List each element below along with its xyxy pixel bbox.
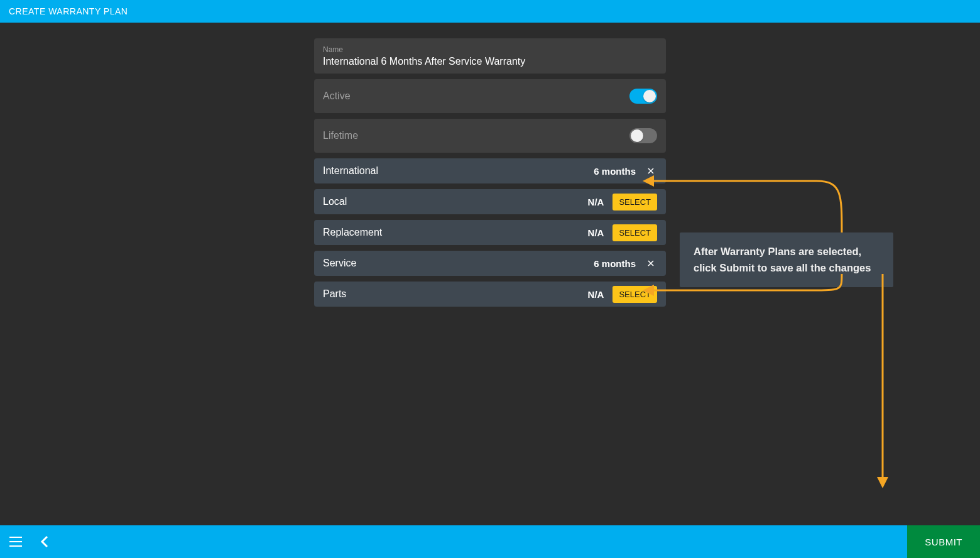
select-button[interactable]: SELECT bbox=[612, 194, 657, 211]
row-value: N/A bbox=[588, 197, 604, 207]
row-label: Service bbox=[323, 258, 356, 269]
bottom-bar: SUBMIT bbox=[0, 525, 980, 558]
row-label: Local bbox=[323, 196, 347, 207]
menu-icon[interactable] bbox=[9, 536, 23, 547]
row-right: N/A SELECT bbox=[588, 194, 657, 211]
row-service[interactable]: Service 6 months bbox=[314, 251, 666, 276]
lifetime-label: Lifetime bbox=[323, 130, 358, 141]
back-icon[interactable] bbox=[40, 535, 49, 548]
toggle-knob bbox=[631, 129, 643, 142]
close-icon[interactable] bbox=[645, 257, 657, 270]
name-field[interactable]: Name International 6 Months After Servic… bbox=[314, 38, 666, 74]
row-value: N/A bbox=[588, 227, 604, 238]
top-bar: CREATE WARRANTY PLAN bbox=[0, 0, 980, 23]
submit-button[interactable]: SUBMIT bbox=[907, 525, 980, 558]
row-label: International bbox=[323, 165, 378, 177]
name-value: International 6 Months After Service War… bbox=[323, 56, 657, 67]
row-label: Parts bbox=[323, 288, 346, 300]
row-parts[interactable]: Parts N/A SELECT bbox=[314, 282, 666, 307]
row-label: Replacement bbox=[323, 227, 382, 238]
lifetime-toggle[interactable] bbox=[629, 128, 657, 143]
active-toggle-row: Active bbox=[314, 79, 666, 113]
select-button[interactable]: SELECT bbox=[612, 224, 657, 241]
form-panel: Name International 6 Months After Servic… bbox=[314, 38, 666, 312]
callout-box: After Warranty Plans are selected, click… bbox=[680, 232, 893, 287]
active-toggle[interactable] bbox=[629, 89, 657, 104]
row-right: N/A SELECT bbox=[588, 286, 657, 303]
row-value: 6 months bbox=[594, 258, 636, 269]
row-replacement[interactable]: Replacement N/A SELECT bbox=[314, 220, 666, 245]
row-right: 6 months bbox=[594, 165, 657, 177]
page-title: CREATE WARRANTY PLAN bbox=[9, 6, 128, 16]
row-right: N/A SELECT bbox=[588, 224, 657, 241]
row-value: 6 months bbox=[594, 166, 636, 177]
name-label: Name bbox=[323, 45, 657, 54]
bottom-left bbox=[0, 535, 49, 548]
callout-text: After Warranty Plans are selected, click… bbox=[694, 246, 871, 273]
lifetime-toggle-row: Lifetime bbox=[314, 119, 666, 153]
row-local[interactable]: Local N/A SELECT bbox=[314, 189, 666, 214]
row-right: 6 months bbox=[594, 257, 657, 270]
active-label: Active bbox=[323, 90, 351, 102]
select-button[interactable]: SELECT bbox=[612, 286, 657, 303]
close-icon[interactable] bbox=[645, 165, 657, 177]
toggle-knob bbox=[643, 90, 656, 102]
row-value: N/A bbox=[588, 289, 604, 300]
row-international[interactable]: International 6 months bbox=[314, 158, 666, 183]
